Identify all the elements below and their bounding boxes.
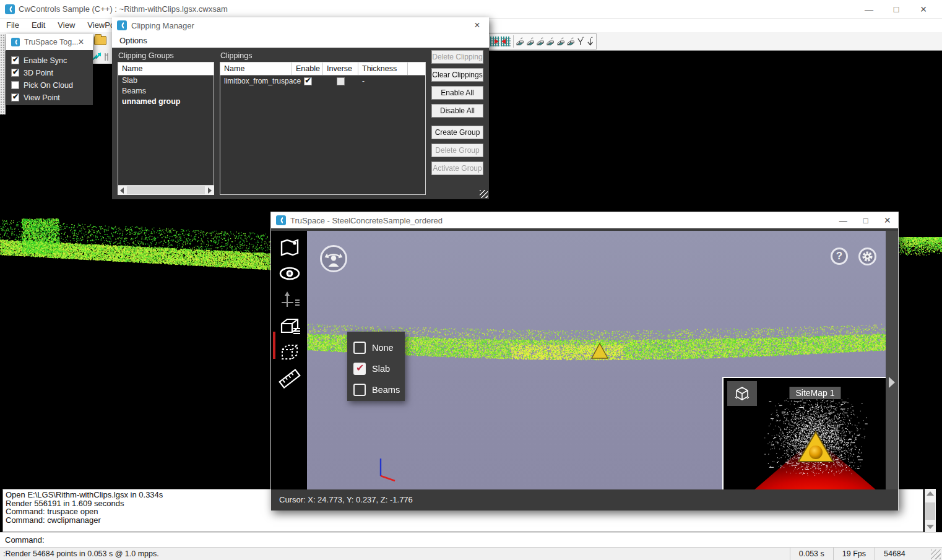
checkbox[interactable] [11, 69, 19, 77]
toggle-3d-point[interactable]: 3D Point [11, 67, 93, 79]
scroll-thumb[interactable] [127, 186, 205, 194]
enable-all-button[interactable]: Enable All [431, 86, 483, 100]
clipping-tool-icon[interactable] [279, 316, 301, 337]
clipping-groups-list[interactable]: Name Slab Beams unnamed group [118, 62, 214, 186]
resize-grip-icon[interactable] [480, 190, 488, 198]
delete-clipping-button[interactable]: Delete Clipping [431, 50, 483, 64]
truspace-titlebar[interactable]: TruSpace - SteelConcreteSample_ordered —… [271, 212, 898, 228]
truspace-window: TruSpace - SteelConcreteSample_ordered —… [270, 212, 899, 510]
clipping-row[interactable]: limitbox_from_truspace - [220, 75, 425, 87]
checkbox[interactable] [11, 56, 19, 64]
menu-options[interactable]: Options [112, 33, 155, 48]
help-button[interactable]: ? [831, 248, 848, 265]
toolbar-grip-strip[interactable] [0, 34, 6, 114]
minimize-icon[interactable]: — [839, 216, 847, 225]
main-window-titlebar[interactable]: CwControls Sample (C++) : ~Rithm-withCli… [0, 0, 942, 19]
measure-ruler-icon[interactable] [279, 368, 301, 389]
clip-box-icon-2[interactable] [526, 37, 535, 47]
scroll-down-icon[interactable] [927, 525, 934, 529]
enable-checkbox[interactable] [304, 77, 312, 85]
group-row-beams[interactable]: Beams [118, 86, 214, 97]
maximize-icon[interactable]: □ [863, 216, 868, 225]
clipping-toolbar-group [488, 33, 597, 50]
scroll-up-icon[interactable] [927, 491, 934, 496]
toggles-titlebar[interactable]: TruSpace Tog... × [6, 34, 93, 50]
checkbox[interactable] [11, 81, 19, 89]
delete-group-button[interactable]: Delete Group [431, 144, 483, 157]
close-icon[interactable]: × [73, 34, 89, 50]
scroll-left-icon[interactable] [120, 187, 124, 194]
orbit-mode-button[interactable] [320, 245, 347, 272]
view-eye-icon[interactable] [279, 263, 301, 284]
log-scrollbar[interactable] [925, 489, 936, 532]
activate-group-button[interactable]: Activate Group [431, 162, 483, 175]
checkbox[interactable] [353, 363, 366, 375]
create-group-button[interactable]: Create Group [431, 126, 483, 139]
groups-section-label: Clipping Groups [118, 51, 174, 60]
clip-box-icon-1[interactable] [516, 37, 524, 47]
main-statusbar: :Render 54684 points in 0.053 s @ 1.0 mp… [0, 547, 942, 560]
checkbox[interactable] [353, 384, 366, 396]
checkbox[interactable] [353, 342, 366, 354]
checkbox[interactable] [11, 93, 19, 101]
main-window-title: CwControls Sample (C++) : ~Rithm-withCli… [19, 4, 228, 14]
disable-all-button[interactable]: Disable All [431, 104, 483, 118]
menu-edit[interactable]: Edit [25, 19, 51, 32]
active-tool-indicator [273, 332, 275, 359]
clip-box-icon-4[interactable] [546, 37, 555, 47]
sitemap-tool-icon[interactable] [279, 237, 301, 258]
clip-box-icon-3[interactable] [536, 37, 545, 47]
expand-panel-icon[interactable] [889, 377, 895, 388]
group-row-slab[interactable]: Slab [118, 75, 214, 86]
resize-grip-icon[interactable] [931, 549, 941, 559]
clippings-table-header: Name Enable Inverse Thickness [220, 62, 425, 75]
clippings-table[interactable]: Name Enable Inverse Thickness limitbox_f… [220, 62, 426, 195]
groups-hscrollbar[interactable] [118, 186, 214, 195]
clipping-manager-dialog: Clipping Manager × Options Clipping Grou… [112, 17, 489, 199]
limitbox-import-icon[interactable] [501, 37, 510, 46]
sitemap-3d-toggle-button[interactable] [727, 381, 757, 406]
popup-item-slab[interactable]: Slab [353, 359, 405, 379]
sitemap-position-marker-icon[interactable] [797, 430, 835, 463]
pick-tool-icon[interactable] [576, 37, 584, 47]
sitemap-overlay[interactable]: SiteMap 1 [722, 377, 886, 489]
menu-file[interactable]: File [0, 19, 25, 32]
drop-tool-icon[interactable] [586, 37, 594, 47]
clipping-manager-titlebar[interactable]: Clipping Manager × [112, 17, 489, 33]
status-fps: 19 Fps [833, 548, 875, 560]
menu-view[interactable]: View [51, 19, 81, 32]
truspace-viewport[interactable]: ? None Slab [307, 231, 886, 489]
toolbar-separator [513, 35, 514, 48]
scroll-right-icon[interactable] [208, 187, 212, 194]
toggles-title: TruSpace Tog... [24, 38, 79, 46]
inverse-checkbox[interactable] [337, 77, 345, 85]
close-icon[interactable]: × [469, 17, 485, 33]
limitbox-tool-icon[interactable] [279, 342, 301, 363]
toggle-view-point[interactable]: View Point [11, 92, 93, 103]
group-row-unnamed[interactable]: unnamed group [118, 97, 214, 107]
limitbox-export-icon[interactable] [490, 37, 499, 46]
open-file-icon[interactable] [94, 36, 106, 45]
toggle-enable-sync[interactable]: Enable Sync [11, 54, 93, 66]
clip-box-icon-5[interactable] [556, 37, 565, 47]
minimize-icon[interactable]: — [855, 0, 883, 19]
scroll-thumb[interactable] [925, 502, 935, 520]
close-icon[interactable]: × [910, 0, 937, 19]
popup-item-label: None [372, 343, 394, 353]
bg-pointcloud-right [899, 237, 942, 267]
popup-item-beams[interactable]: Beams [353, 380, 405, 400]
clear-clippings-button[interactable]: Clear Clippings [431, 68, 483, 82]
partial-tool-icon[interactable] [104, 51, 111, 62]
toggle-pick-on-cloud[interactable]: Pick On Cloud [11, 79, 93, 91]
sitemap-label: SiteMap 1 [789, 387, 840, 399]
clip-box-icon-6[interactable] [566, 37, 575, 47]
popup-item-none[interactable]: None [353, 338, 405, 358]
maximize-icon[interactable]: □ [883, 0, 910, 19]
settings-button[interactable] [858, 248, 876, 265]
command-input[interactable]: Command: [0, 532, 942, 547]
app-logo-icon [5, 4, 15, 14]
move-axis-icon[interactable] [279, 290, 301, 311]
viewpoint-marker-icon[interactable] [590, 342, 609, 360]
toggle-label: Enable Sync [24, 56, 67, 65]
close-icon[interactable]: × [884, 214, 891, 227]
